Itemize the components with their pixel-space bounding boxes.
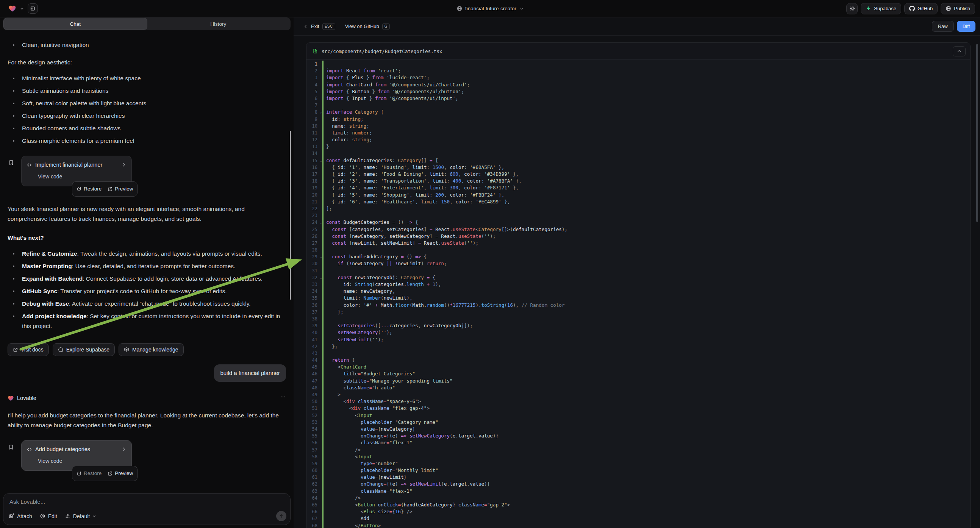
code-token: from [375,95,390,101]
restore-button[interactable]: Restore [76,184,102,194]
model-selector[interactable]: Default [65,513,96,519]
code-token: 300 [450,185,458,191]
code-editor[interactable]: 12import React from 'react';3import { Pl… [307,60,970,528]
chat-transcript[interactable]: Clean, intuitive navigationFor the desig… [0,33,294,490]
code-token: * [450,302,453,308]
card-actions: RestorePreview [72,466,137,481]
code-line-content: placeholder="Category name" [322,419,970,426]
card-actions-row: RestorePreview [72,181,286,197]
code-token: color [464,171,479,177]
code-token: } [404,474,407,480]
code-line-content: > [322,391,970,398]
lovable-heart-logo[interactable] [8,5,16,13]
code-token: ( [464,240,467,246]
code-token: Button [358,502,378,507]
composer-placeholder[interactable]: Ask Lovable... [10,498,45,505]
panel-toggle-button[interactable] [28,3,38,14]
view-code-link[interactable]: View code [38,456,126,466]
code-token: Category [355,109,381,115]
code-token: . [476,433,479,439]
publish-button[interactable]: Publish [940,3,975,14]
code-token: '1' [349,164,358,170]
bullet-text: : Connect Supabase to add login, store d… [83,275,262,282]
code-line: 48 className="h-auto" [307,385,970,391]
line-number: 45 [307,364,322,371]
editor-scrollbar[interactable] [976,44,978,222]
code-line: 33 id: String(categories.length + 1), [307,281,970,288]
code-line: 2import React from 'react'; [307,67,970,74]
collapse-file-button[interactable] [953,46,966,56]
fold-chevron-icon[interactable]: ⌄ [320,219,322,226]
code-token: < [326,412,358,418]
code-token: { [326,178,337,184]
code-token: Add [326,515,369,521]
preview-button[interactable]: Preview [108,469,133,479]
code-token: handleAddCategory [404,502,453,507]
code-token: '#' [364,302,372,308]
composer[interactable]: Ask Lovable... Attach Edit [3,493,291,525]
attach-button[interactable]: Attach [9,513,32,519]
edit-mode-button[interactable]: Edit [40,513,57,519]
code-line: 57 /> [307,447,970,453]
chip-manage-knowledge[interactable]: Manage knowledge [119,343,183,356]
logo-chevron-down-icon[interactable] [20,7,24,11]
code-line: 47 subtitle="Manage your spending limits… [307,378,970,385]
code-token: 'Transportation' [381,178,426,184]
tab-chat[interactable]: Chat [4,18,147,30]
tab-history[interactable]: History [147,18,290,30]
github-button[interactable]: GitHub [904,3,937,14]
code-token: newCategory [361,288,392,294]
editor-header: Exit esc View on GitHub G Raw Diff [294,17,980,36]
code-token: categories [390,323,418,328]
code-token: Plus [352,75,363,80]
code-token: , [358,178,363,184]
restore-button[interactable]: Restore [76,469,102,479]
chat-scrollbar[interactable] [290,131,291,300]
code-line: 45 <ChartCard [307,364,970,371]
line-number: 35 [307,295,322,302]
bookmark-wrap[interactable] [8,443,14,453]
code-token: return [426,261,444,266]
chip-visit-docs[interactable]: Visit docs [8,343,49,356]
fold-chevron-icon[interactable]: ⌄ [320,157,322,164]
exit-button[interactable]: Exit esc [304,23,335,30]
code-line-content: const newCategoryObj: Category = { [322,274,970,281]
fold-chevron-icon[interactable]: ⌄ [320,253,322,260]
code-line: 26 const [newCategory, setNewCategory] =… [307,233,970,240]
bullet-dot-icon [13,103,14,104]
code-line-content: value={newCategory} [322,426,970,433]
send-button[interactable] [276,511,286,521]
project-switcher[interactable]: financial-future-creator [457,6,523,11]
settings-button[interactable] [846,3,858,14]
code-token: ( [378,329,381,335]
fold-chevron-icon[interactable]: ⌄ [320,274,322,281]
fold-chevron-icon[interactable]: ⌄ [320,109,322,116]
code-token: = [435,233,441,239]
view-on-github-button[interactable]: View on GitHub G [345,23,390,30]
line-number: 11 [307,130,322,136]
code-token: ; [398,68,401,73]
code-token: "flex-1" [390,488,412,494]
code-token: : [346,137,352,142]
target-icon [40,513,45,519]
code-token: Math [381,302,392,308]
diff-toggle-button[interactable]: Diff [957,21,975,32]
code-line-content [322,60,970,67]
file-path-bar[interactable]: src/components/budget/BudgetCategories.t… [307,43,970,60]
code-token: }, [510,171,519,177]
code-token: => [415,254,424,259]
view-code-link[interactable]: View code [38,172,126,181]
bookmark-wrap[interactable] [8,159,14,169]
line-number: 64 [307,495,322,501]
chip-explore-supabase[interactable]: Explore Supabase [52,343,115,356]
supabase-button[interactable]: Supabase [861,3,901,14]
code-token: defaultCategories [513,226,562,232]
code-token: > [507,502,510,507]
code-token: . [447,481,450,487]
raw-toggle-button[interactable]: Raw [932,21,954,32]
bullet-dot-icon [13,303,14,305]
code-line-content [322,315,970,322]
message-menu-button[interactable] [280,393,286,403]
line-number: 47 [307,378,322,385]
preview-button[interactable]: Preview [108,184,133,194]
